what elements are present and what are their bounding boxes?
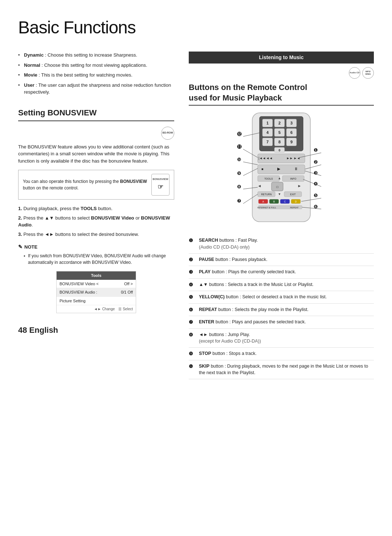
list-item: User : The user can adjust the sharpness…: [18, 82, 174, 96]
remote-svg: 1 2 3 4 5 6 7 8: [223, 111, 339, 227]
bonusview-button-ref: BONUSVIEW: [120, 179, 147, 184]
svg-text:❹: ❹: [314, 181, 318, 187]
svg-text:►◄: ►◄: [294, 156, 300, 160]
bd-rom-icon-container: BD-ROM: [18, 127, 174, 140]
step-3: 3. Press the ◄► buttons to select the de…: [18, 231, 174, 238]
tools-menu-item-picture: Picture Setting: [57, 297, 136, 306]
tools-item-value: Off >: [124, 281, 133, 287]
desc-item-6: ❻ REPEAT button : Selects the play mode …: [189, 304, 374, 316]
svg-text:▶: ▶: [277, 167, 281, 171]
bonusview-description: The BONUSVIEW feature allows you to view…: [18, 143, 174, 165]
svg-text:9: 9: [290, 140, 293, 144]
remote-diagram: 1 2 3 4 5 6 7 8: [189, 111, 374, 227]
tools-footer-change: ◄► Change: [94, 306, 115, 312]
bullet-label-movie: Movie: [24, 72, 37, 78]
tools-item-label: Picture Setting: [60, 298, 86, 304]
svg-text:⓬: ⓬: [237, 131, 242, 137]
bullet-list: Dynamic : Choose this setting to increas…: [18, 52, 174, 96]
tools-menu: Tools BONUSVIEW Video < Off > BONUSVIEW …: [56, 271, 136, 313]
bonusview-tip-box: You can also operate this function by pr…: [18, 170, 174, 200]
svg-text:EXIT: EXIT: [290, 193, 296, 196]
note-box: NOTE If you switch from BONUSVIEW Video,…: [18, 243, 174, 266]
svg-text:3: 3: [290, 121, 293, 125]
audio-cd-icon: Audio CD: [349, 67, 360, 79]
desc-item-1: ❶ SEARCH buttons : Fast Play.(Audio CD (…: [189, 234, 374, 254]
svg-text:4: 4: [266, 130, 269, 135]
svg-text:7: 7: [266, 140, 269, 144]
svg-text:A: A: [262, 200, 264, 203]
svg-text:⓫: ⓫: [237, 144, 242, 150]
mp3-wma-icon: MP3/WMA: [362, 67, 374, 79]
svg-text:►: ►: [298, 184, 302, 188]
svg-text:0: 0: [278, 148, 280, 152]
svg-text:B: B: [273, 200, 275, 203]
svg-text:8: 8: [278, 140, 281, 144]
tools-item-label: BONUSVIEW Audio :: [60, 289, 97, 295]
svg-text:TOOLS: TOOLS: [264, 177, 273, 180]
steps-list: 1. During playback, press the TOOLS butt…: [18, 205, 174, 238]
svg-text:❾: ❾: [237, 171, 241, 176]
note-item: If you switch from BONUSVIEW Video, BONU…: [24, 253, 174, 266]
list-item: Normal : Choose this setting for most vi…: [18, 62, 174, 69]
svg-text:5: 5: [278, 130, 281, 135]
svg-text:INFO: INFO: [290, 177, 297, 180]
page-number: 48 English: [18, 324, 174, 336]
listening-to-music-header: Listening to Music: [189, 52, 374, 64]
desc-item-2: ❷ PAUSE button : Pauses playback.: [189, 254, 374, 266]
list-item: Movie : This is the best setting for wat…: [18, 71, 174, 79]
tools-menu-item-bonusview-audio: BONUSVIEW Audio : 0/1 Off: [57, 288, 136, 297]
tools-menu-footer: ◄► Change ☰ Select: [57, 305, 136, 313]
right-column: Listening to Music Audio CD MP3/WMA Butt…: [189, 52, 374, 379]
svg-rect-27: [258, 165, 305, 174]
disc-icons-container: Audio CD MP3/WMA: [189, 67, 374, 79]
svg-text:INTERNET & FULL: INTERNET & FULL: [257, 206, 277, 209]
step-1: 1. During playback, press the TOOLS butt…: [18, 205, 174, 212]
bd-rom-badge: BD-ROM: [161, 127, 174, 140]
desc-item-3: ❸ PLAY button : Plays the currently sele…: [189, 266, 374, 279]
list-item: Dynamic : Choose this setting to increas…: [18, 52, 174, 59]
svg-text:D: D: [295, 200, 297, 203]
tools-button-ref: TOOLS: [81, 206, 97, 211]
svg-text:❶: ❶: [314, 147, 318, 153]
svg-text:1: 1: [266, 121, 269, 125]
svg-text:❷: ❷: [314, 159, 318, 165]
tools-item-label: BONUSVIEW Video <: [60, 281, 99, 287]
svg-text:◄: ◄: [258, 184, 262, 188]
tools-menu-item-bonusview-video: BONUSVIEW Video < Off >: [57, 280, 136, 289]
svg-text:▼: ▼: [278, 192, 281, 196]
svg-text:❽: ❽: [237, 184, 241, 189]
bonusview-tip-text: You can also operate this function by pr…: [23, 178, 148, 191]
svg-text:C: C: [284, 200, 286, 203]
desc-item-4: ❹ ▲▼ buttons : Selects a track in the Mu…: [189, 279, 374, 291]
bullet-label-user: User: [24, 82, 34, 88]
svg-text:6: 6: [290, 130, 293, 135]
svg-text:☐: ☐: [276, 186, 278, 188]
desc-item-10: ❿ SKIP button : During playback, moves t…: [189, 360, 374, 380]
tools-item-value: 0/1 Off: [121, 289, 133, 295]
remote-thumb-image: BONUSVIEW ☞: [151, 174, 170, 196]
bonusview-section-title: Setting BONUSVIEW: [18, 107, 174, 121]
desc-item-5: ❺ YELLOW(C) button : Select or deselect …: [189, 291, 374, 304]
svg-text:RETURN: RETURN: [261, 193, 271, 196]
tools-footer-select: ☰ Select: [118, 306, 133, 312]
svg-text:REPEAT: REPEAT: [290, 206, 299, 209]
page-title: Basic Functions: [18, 15, 374, 41]
desc-item-8: ❽ ◄► buttons : Jump Play.(except for Aud…: [189, 329, 374, 348]
bonusview-video-ref: BONUSVIEW Video: [91, 215, 134, 221]
svg-text:◄◄: ◄◄: [266, 156, 273, 160]
svg-text:2: 2: [278, 121, 281, 125]
desc-item-9: ❾ STOP button : Stops a track.: [189, 348, 374, 360]
bullet-label-dynamic: Dynamic: [24, 52, 44, 58]
svg-text:▲: ▲: [278, 176, 281, 180]
svg-text:■: ■: [261, 167, 263, 171]
svg-text:❺: ❺: [314, 193, 318, 198]
svg-text:⏸: ⏸: [294, 167, 298, 171]
svg-text:❿: ❿: [237, 157, 241, 162]
svg-text:❼: ❼: [237, 198, 241, 204]
desc-item-7: ❼ ENTER button : Plays and pauses the se…: [189, 316, 374, 329]
svg-text:❸: ❸: [314, 170, 318, 176]
left-column: Dynamic : Choose this setting to increas…: [18, 52, 174, 379]
note-title: NOTE: [18, 243, 174, 251]
descriptions-list: ❶ SEARCH buttons : Fast Play.(Audio CD (…: [189, 234, 374, 379]
tools-menu-title: Tools: [57, 271, 136, 280]
